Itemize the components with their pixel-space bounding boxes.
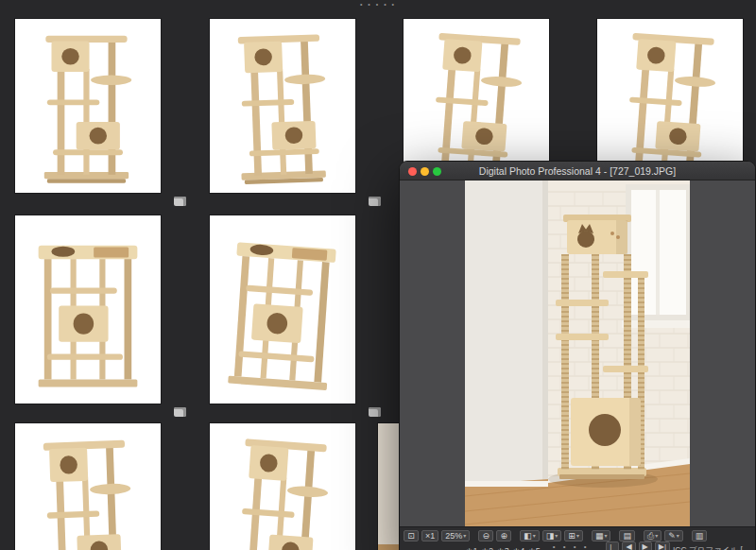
zoom-in-button[interactable]: ⊕ — [496, 530, 511, 541]
fullscreen-button[interactable] — [433, 167, 441, 176]
preview-photo[interactable] — [465, 180, 690, 526]
toolbar-row-2: ∗1∗2∗3∗4∗5 • • • • • • |◀◀▶▶| ICC プロファイル… — [404, 543, 751, 550]
actual-size-button[interactable]: ×1 — [421, 530, 438, 541]
dpp-preview-window[interactable]: Digital Photo Professional 4 - [727_019.… — [399, 161, 756, 550]
icc-profile-label: ICC プロファイル [... — [673, 545, 749, 550]
first-image-button[interactable]: |◀ — [606, 541, 619, 550]
file-type-badge-icon — [369, 407, 381, 417]
rating-buttons: ∗1∗2∗3∗4∗5 — [466, 546, 541, 550]
splitter-handle-dots[interactable]: • • • • • — [360, 1, 396, 8]
fit-to-window-button[interactable]: ⊡ — [404, 530, 419, 541]
window-title: Digital Photo Professional 4 - [727_019.… — [479, 165, 676, 177]
previous-image-button[interactable]: ◀ — [622, 541, 635, 550]
zoom-out-button[interactable]: ⊖ — [478, 530, 493, 541]
grid-view-button[interactable]: ▤ — [619, 530, 635, 541]
next-image-button[interactable]: ▶ — [639, 541, 652, 550]
nav-buttons: |◀◀▶▶| — [606, 541, 670, 550]
close-button[interactable] — [408, 167, 417, 176]
thumbnail-cat-tower-top-angle[interactable] — [210, 215, 355, 404]
rating-2-button[interactable]: ∗2 — [482, 546, 494, 550]
compare-view-button[interactable]: ⊞▾ — [564, 530, 583, 541]
file-type-badge-icon — [174, 407, 186, 417]
info-panel-button[interactable]: ▥ — [692, 530, 708, 541]
split-view-button[interactable]: ◨▾ — [542, 530, 562, 541]
rating-1-button[interactable]: ∗1 — [466, 546, 478, 550]
thumbnail-cat-tower-front[interactable] — [15, 19, 161, 193]
print-button[interactable]: ⎙▾ — [644, 530, 662, 541]
preview-area — [400, 180, 755, 526]
file-type-badge-icon — [174, 197, 186, 206]
window-titlebar[interactable]: Digital Photo Professional 4 - [727_019.… — [400, 162, 755, 180]
single-view-button[interactable]: ◧▾ — [520, 530, 540, 541]
toolbar-row-1: ⊡×125%▾⊖⊕◧▾◨▾⊞▾▦▾▤⎙▾✎▾▥ — [404, 529, 751, 542]
thumbnail-cat-tower-angle-3[interactable] — [210, 423, 355, 550]
last-image-button[interactable]: ▶| — [655, 541, 670, 550]
thumbnail-view-button[interactable]: ▦▾ — [592, 530, 611, 541]
zoom-level-button[interactable]: 25%▾ — [441, 530, 470, 541]
rating-dots: • • • • • • — [553, 542, 593, 550]
thumbnail-cat-tower-front-2[interactable] — [210, 19, 355, 193]
desktop: • • • • • Digital Photo Professional 4 -… — [0, 0, 756, 550]
rating-4-button[interactable]: ∗4 — [513, 546, 525, 550]
rating-3-button[interactable]: ∗3 — [497, 546, 509, 550]
rating-5-button[interactable]: ∗5 — [528, 546, 541, 550]
edit-tools-button[interactable]: ✎▾ — [664, 530, 683, 541]
preview-toolbar: ⊡×125%▾⊖⊕◧▾◨▾⊞▾▦▾▤⎙▾✎▾▥ ∗1∗2∗3∗4∗5 • • •… — [400, 526, 755, 550]
thumbnail-cat-tower-top-view[interactable] — [15, 215, 161, 404]
minimize-button[interactable] — [421, 167, 429, 176]
thumbnail-cat-tower-front-3[interactable] — [15, 423, 161, 550]
file-type-badge-icon — [369, 197, 381, 206]
